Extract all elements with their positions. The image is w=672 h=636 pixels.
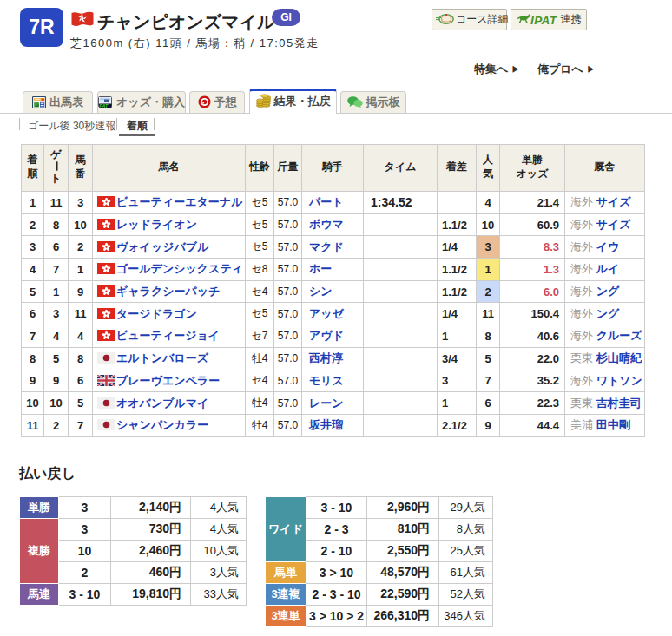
svg-text:PAT: PAT [99,103,109,108]
svg-text:IPAT: IPAT [530,14,558,27]
